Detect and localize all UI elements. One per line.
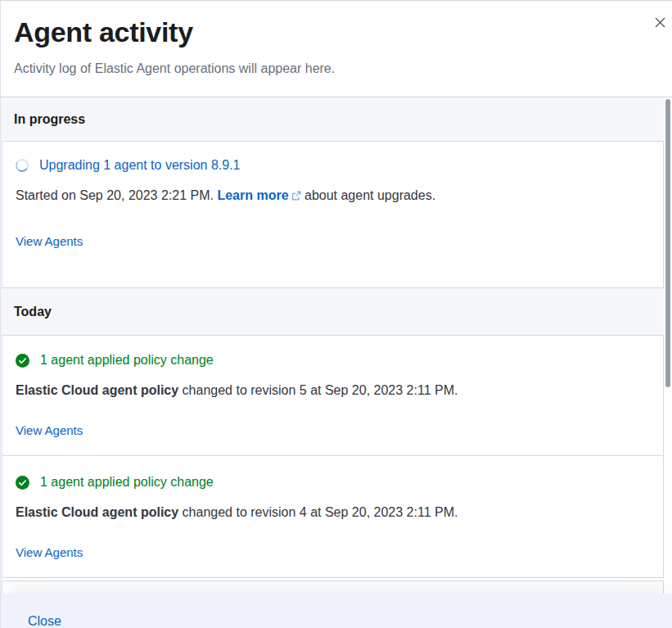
policy-name: Elastic Cloud agent policy [16,383,178,397]
activity-card-policy-change: 1 agent applied policy change Elastic Cl… [2,455,664,578]
upgrade-activity-link[interactable]: Upgrading 1 agent to version 8.9.1 [39,157,241,174]
description-suffix: about agent upgrades. [301,188,436,202]
section-label: In progress [14,112,85,127]
external-link-icon [291,188,301,204]
loading-spinner-icon [15,158,30,174]
scrollbar-thumb[interactable] [665,99,670,387]
footer-close-button[interactable]: Close [28,613,61,628]
view-agents-link[interactable]: View Agents [16,545,83,559]
close-button[interactable] [652,15,667,29]
page-subtitle: Activity log of Elastic Agent operations… [14,61,633,76]
policy-name: Elastic Cloud agent policy [16,505,178,519]
activity-title-row: 1 agent applied policy change [16,352,650,368]
section-label: Today [14,305,52,319]
activity-title: 1 agent applied policy change [40,352,214,368]
flyout-footer: Close [1,594,672,628]
view-agents-link[interactable]: View Agents [16,234,83,248]
activity-card-policy-change: 1 agent applied policy change Elastic Cl… [2,335,664,456]
agent-activity-flyout: Agent activity Activity log of Elastic A… [0,0,672,628]
activity-card-upgrade: Upgrading 1 agent to version 8.9.1 Start… [2,141,664,288]
check-in-circle-icon [16,354,29,368]
activity-description: Elastic Cloud agent policy changed to re… [16,382,650,398]
policy-detail: changed to revision 4 at Sep 20, 2023 2:… [178,505,458,519]
learn-more-label: Learn more [217,188,288,202]
activity-description: Started on Sep 20, 2023 2:21 PM. Learn m… [16,187,650,204]
scrollbar-track[interactable] [664,97,672,594]
section-header-today: Today [1,288,664,335]
activity-title-row: 1 agent applied policy change [16,474,650,490]
view-agents-link[interactable]: View Agents [16,423,83,437]
flyout-body: In progress Upgrading 1 agent to version… [1,97,672,628]
close-icon [655,17,665,28]
activity-title: 1 agent applied policy change [40,474,214,490]
section-header-in-progress: In progress [1,97,664,141]
check-in-circle-icon [16,476,29,490]
activity-title-row: Upgrading 1 agent to version 8.9.1 [16,157,650,174]
flyout-header: Agent activity Activity log of Elastic A… [1,1,672,97]
page-title: Agent activity [14,15,633,49]
description-prefix: Started on Sep 20, 2023 2:21 PM. [16,188,217,202]
policy-detail: changed to revision 5 at Sep 20, 2023 2:… [178,383,458,397]
activity-description: Elastic Cloud agent policy changed to re… [16,504,650,520]
learn-more-link[interactable]: Learn more [217,188,300,202]
